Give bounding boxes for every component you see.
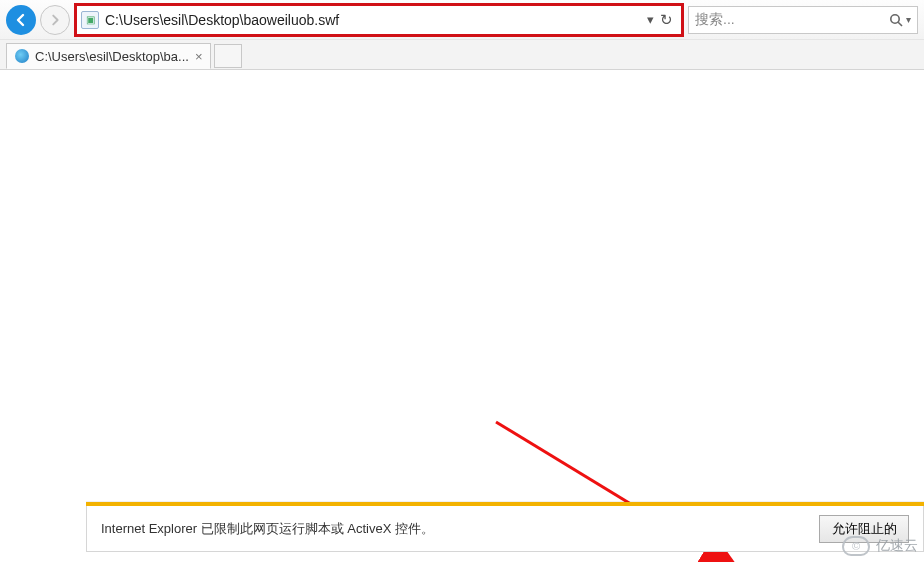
tab-title: C:\Users\esil\Desktop\ba...: [35, 49, 189, 64]
file-type-icon: ▣: [81, 11, 99, 29]
search-box[interactable]: 搜索... ▾: [688, 6, 918, 34]
security-infobar: Internet Explorer 已限制此网页运行脚本或 ActiveX 控件…: [86, 502, 924, 552]
address-controls: ▾ ↻: [647, 11, 677, 29]
cloud-icon: [842, 536, 870, 556]
svg-point-0: [891, 14, 899, 22]
infobar-message: Internet Explorer 已限制此网页运行脚本或 ActiveX 控件…: [101, 520, 434, 538]
back-button[interactable]: [6, 5, 36, 35]
tab-active[interactable]: C:\Users\esil\Desktop\ba... ×: [6, 43, 211, 69]
forward-button[interactable]: [40, 5, 70, 35]
svg-line-1: [898, 22, 902, 26]
tab-strip: C:\Users\esil\Desktop\ba... ×: [0, 40, 924, 70]
address-bar[interactable]: ▣ C:\Users\esil\Desktop\baoweiluob.swf ▾…: [74, 3, 684, 37]
address-text: C:\Users\esil\Desktop\baoweiluob.swf: [105, 12, 647, 28]
page-content: Internet Explorer 已限制此网页运行脚本或 ActiveX 控件…: [0, 70, 924, 562]
navigation-bar: ▣ C:\Users\esil\Desktop\baoweiluob.swf ▾…: [0, 0, 924, 40]
new-tab-button[interactable]: [214, 44, 242, 68]
watermark-text: 亿速云: [876, 537, 918, 555]
search-icon[interactable]: ▾: [888, 12, 911, 28]
refresh-icon[interactable]: ↻: [660, 11, 673, 29]
ie-icon: [15, 49, 29, 63]
watermark: 亿速云: [842, 536, 918, 556]
dropdown-icon[interactable]: ▾: [647, 12, 654, 27]
search-placeholder: 搜索...: [695, 11, 735, 29]
close-icon[interactable]: ×: [195, 49, 203, 64]
